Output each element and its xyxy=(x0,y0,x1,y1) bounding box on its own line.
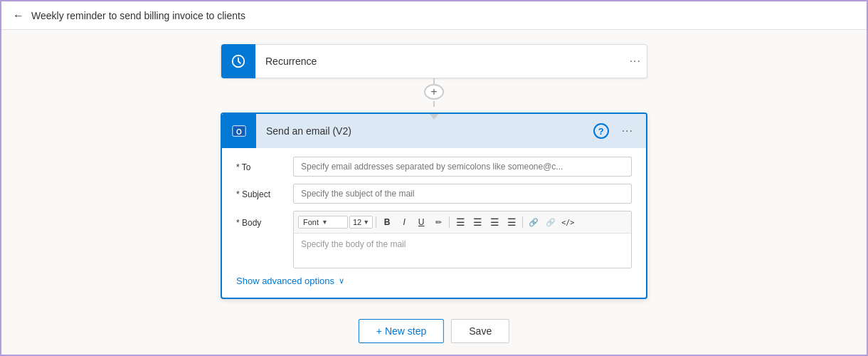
body-label: * Body xyxy=(236,211,293,228)
connector-line-top xyxy=(433,78,435,84)
toolbar-separator-1 xyxy=(376,216,376,228)
toolbar-separator-2 xyxy=(449,216,450,228)
svg-text:O: O xyxy=(236,128,242,136)
email-block-title: Send an email (V2) xyxy=(256,125,593,137)
subject-label: * Subject xyxy=(236,184,293,199)
recurrence-icon xyxy=(221,44,255,78)
email-block: O Send an email (V2) ? ··· * To * Subjec… xyxy=(221,112,647,299)
connector: + xyxy=(424,78,444,107)
font-label: Font xyxy=(303,218,319,226)
align-right-button[interactable]: ☰ xyxy=(504,214,519,230)
body-field-container: Font ▼ 12 ▼ B I U ✏ ☰ xyxy=(293,211,632,268)
chevron-down-icon: ∨ xyxy=(339,276,344,286)
email-block-actions: ? ··· xyxy=(593,123,646,139)
canvas: Recurrence ··· + O Send an email (V2) ? … xyxy=(1,30,867,356)
toolbar-separator-3 xyxy=(522,216,523,228)
underline-button[interactable]: U xyxy=(413,214,429,230)
font-size-value: 12 xyxy=(353,218,361,226)
recurrence-more-button[interactable]: ··· xyxy=(624,55,647,68)
body-placeholder: Specify the body of the mail xyxy=(301,239,406,249)
connector-line-bottom xyxy=(433,101,435,107)
body-row: * Body Font ▼ 12 ▼ B I xyxy=(236,211,632,268)
page-title: Weekly reminder to send billing invoice … xyxy=(31,10,245,21)
show-advanced-options[interactable]: Show advanced options ∨ xyxy=(236,276,632,286)
number-list-button[interactable]: ☰ xyxy=(470,214,485,230)
subject-row: * Subject xyxy=(236,184,632,204)
connector-arrow xyxy=(430,114,438,120)
new-step-button[interactable]: + New step xyxy=(359,319,444,343)
form-body: * To * Subject * Body Font ▼ xyxy=(222,148,646,298)
code-button[interactable]: </> xyxy=(560,214,576,230)
email-more-button[interactable]: ··· xyxy=(616,125,639,137)
top-bar: ← Weekly reminder to send billing invoic… xyxy=(1,1,867,30)
body-toolbar: Font ▼ 12 ▼ B I U ✏ ☰ xyxy=(294,211,631,234)
align-left-button[interactable]: ☰ xyxy=(487,214,502,230)
show-advanced-label: Show advanced options xyxy=(236,276,334,286)
to-label: * To xyxy=(236,157,293,172)
font-size-select[interactable]: 12 ▼ xyxy=(349,216,373,229)
recurrence-block: Recurrence ··· xyxy=(221,44,647,78)
subject-input[interactable] xyxy=(293,184,632,204)
to-input[interactable] xyxy=(293,157,632,177)
pencil-button[interactable]: ✏ xyxy=(430,214,446,230)
save-button[interactable]: Save xyxy=(451,319,509,343)
recurrence-title: Recurrence xyxy=(255,56,624,67)
font-size-dropdown-arrow: ▼ xyxy=(363,219,369,226)
link-button[interactable]: 🔗 xyxy=(526,214,541,230)
italic-button[interactable]: I xyxy=(396,214,412,230)
help-button[interactable]: ? xyxy=(593,123,609,139)
bottom-bar: + New step Save xyxy=(359,319,509,343)
body-content-area[interactable]: Specify the body of the mail xyxy=(294,234,631,268)
bold-button[interactable]: B xyxy=(379,214,395,230)
unlink-button[interactable]: 🔗 xyxy=(543,214,559,230)
font-select[interactable]: Font ▼ xyxy=(298,216,348,229)
email-icon: O xyxy=(222,114,256,148)
font-dropdown-arrow: ▼ xyxy=(322,219,328,226)
bullet-list-button[interactable]: ☰ xyxy=(452,214,468,230)
to-row: * To xyxy=(236,157,632,177)
back-button[interactable]: ← xyxy=(13,9,24,22)
add-step-button[interactable]: + xyxy=(424,84,444,100)
